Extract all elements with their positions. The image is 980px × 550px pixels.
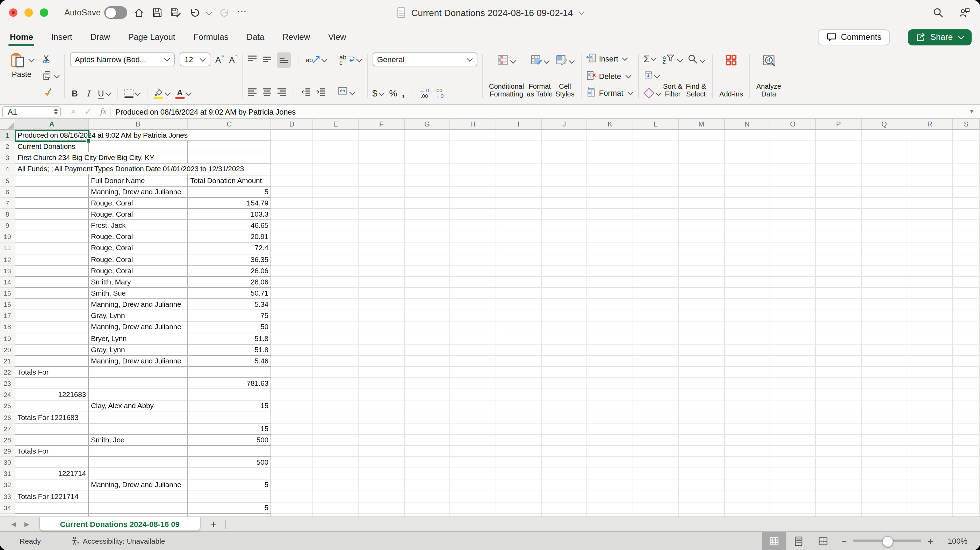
cell-J23[interactable] — [542, 378, 587, 389]
cell-M21[interactable] — [679, 356, 724, 367]
cell-D35[interactable] — [271, 513, 313, 517]
cell-Q23[interactable] — [862, 378, 907, 389]
cell-B28[interactable]: Smith, Joe — [89, 435, 188, 446]
autosum-button[interactable]: Σ — [643, 53, 661, 64]
cell-B14[interactable]: Smitth, Mary — [89, 277, 188, 288]
cell-L4[interactable] — [633, 164, 679, 175]
cell-E7[interactable] — [313, 198, 359, 209]
cell-N28[interactable] — [724, 435, 770, 446]
cell-J21[interactable] — [542, 356, 587, 367]
zoom-slider-thumb[interactable] — [883, 536, 894, 547]
cell-N1[interactable] — [724, 130, 770, 141]
cell-E26[interactable] — [313, 412, 359, 423]
cell-B33[interactable] — [89, 491, 188, 502]
currency-chevron-icon[interactable] — [379, 90, 385, 96]
cell-D23[interactable] — [271, 378, 313, 389]
cell-R1[interactable] — [907, 130, 953, 141]
cell-M22[interactable] — [679, 367, 724, 378]
cell-P8[interactable] — [816, 209, 862, 220]
cell-C32[interactable]: 5 — [188, 480, 271, 491]
cell-C7[interactable]: 154.79 — [188, 198, 271, 209]
cell-R4[interactable] — [907, 164, 953, 175]
cell-R22[interactable] — [907, 367, 953, 378]
cell-D28[interactable] — [271, 435, 313, 446]
cell-C35[interactable] — [188, 513, 271, 517]
row-header-13[interactable]: 13 — [0, 265, 15, 277]
cell-C34[interactable]: 5 — [188, 502, 271, 513]
cell-R35[interactable] — [907, 513, 953, 517]
cell-L21[interactable] — [633, 356, 679, 367]
cell-M4[interactable] — [679, 164, 724, 175]
cell-B31[interactable] — [89, 468, 188, 479]
cell-J35[interactable] — [542, 513, 587, 517]
row-header-10[interactable]: 10 — [0, 232, 15, 243]
cell-S31[interactable] — [953, 468, 980, 479]
cell-J8[interactable] — [542, 209, 587, 220]
cell-E25[interactable] — [313, 401, 359, 412]
column-header-A[interactable]: A — [15, 119, 89, 129]
cell-A35[interactable]: 22221 — [15, 513, 89, 517]
underline-chevron-icon[interactable] — [105, 90, 111, 96]
cell-I19[interactable] — [496, 333, 542, 344]
add-ins-button[interactable]: Add-ins — [718, 52, 745, 99]
cell-I34[interactable] — [496, 502, 542, 513]
cell-N8[interactable] — [724, 209, 770, 220]
row-header-15[interactable]: 15 — [0, 288, 15, 299]
row-header-8[interactable]: 8 — [0, 209, 15, 220]
format-painter-button[interactable] — [42, 87, 59, 98]
cell-I26[interactable] — [496, 412, 542, 423]
cell-J12[interactable] — [542, 254, 587, 265]
cell-F5[interactable] — [359, 175, 405, 186]
cell-R9[interactable] — [907, 220, 953, 231]
cell-D20[interactable] — [271, 344, 313, 355]
cell-H29[interactable] — [450, 446, 496, 457]
cell-B22[interactable] — [89, 367, 188, 378]
cell-H6[interactable] — [450, 186, 496, 197]
cell-L18[interactable] — [633, 322, 679, 333]
cell-N25[interactable] — [724, 401, 770, 412]
cell-D3[interactable] — [271, 153, 313, 164]
cell-L32[interactable] — [633, 480, 679, 491]
row-header-16[interactable]: 16 — [0, 299, 15, 310]
cell-I9[interactable] — [496, 220, 542, 231]
delete-cells-button[interactable]: Delete — [587, 70, 633, 81]
cell-C12[interactable]: 36.35 — [188, 254, 271, 265]
cell-G12[interactable] — [405, 254, 450, 265]
column-header-P[interactable]: P — [816, 119, 862, 129]
cell-J24[interactable] — [542, 389, 587, 401]
cell-M25[interactable] — [679, 401, 724, 412]
cell-Q32[interactable] — [862, 480, 907, 491]
cancel-icon[interactable]: × — [71, 106, 76, 117]
cell-A32[interactable] — [15, 480, 89, 491]
cell-D15[interactable] — [271, 288, 313, 299]
cell-Q2[interactable] — [862, 141, 907, 153]
cell-N6[interactable] — [724, 186, 770, 197]
cell-J7[interactable] — [542, 198, 587, 209]
cell-C33[interactable] — [188, 491, 271, 502]
conditional-formatting-button[interactable]: ConditionalFormatting — [488, 52, 525, 99]
cell-S5[interactable] — [953, 175, 980, 186]
cell-O17[interactable] — [770, 311, 816, 322]
column-header-E[interactable]: E — [313, 119, 359, 129]
cell-F8[interactable] — [359, 209, 405, 220]
cell-J16[interactable] — [542, 299, 587, 310]
currency-button[interactable]: $ — [372, 88, 384, 99]
cell-D6[interactable] — [271, 186, 313, 197]
cell-P24[interactable] — [816, 389, 862, 401]
cell-S29[interactable] — [953, 446, 980, 457]
cell-J31[interactable] — [542, 468, 587, 479]
cell-C27[interactable]: 15 — [188, 423, 271, 434]
cell-B10[interactable]: Rouge, Coral — [89, 232, 188, 243]
cell-Q4[interactable] — [862, 164, 907, 175]
cell-N20[interactable] — [724, 344, 770, 355]
cell-F33[interactable] — [359, 491, 405, 502]
cell-D34[interactable] — [271, 502, 313, 513]
cell-S10[interactable] — [953, 232, 980, 243]
column-header-B[interactable]: B — [89, 119, 188, 129]
cell-P33[interactable] — [816, 491, 862, 502]
cell-A2[interactable]: Current Donations — [15, 141, 89, 153]
cell-O34[interactable] — [770, 502, 816, 513]
cell-S12[interactable] — [953, 254, 980, 265]
cell-O4[interactable] — [770, 164, 816, 175]
cell-H7[interactable] — [450, 198, 496, 209]
